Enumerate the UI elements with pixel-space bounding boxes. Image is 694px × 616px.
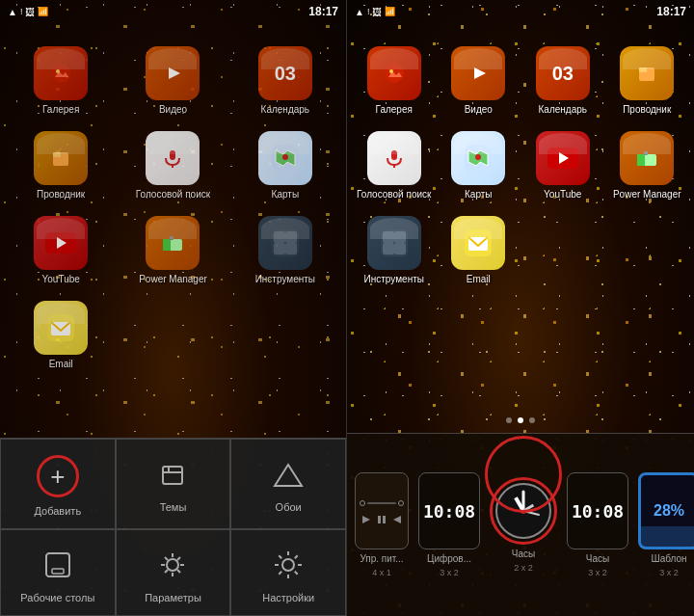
dot-1 [506,417,512,423]
right-app-video[interactable]: Видео [437,39,521,123]
widget-digital[interactable]: 10:08 Цифров... 3 x 2 [414,434,484,616]
digital-widget-preview: 10:08 [418,472,480,549]
svg-marker-28 [474,67,486,79]
settings-icon [269,546,307,584]
widget-music[interactable]: Упр. пит... 4 x 1 [351,434,413,616]
right-app-files[interactable]: Проводник [605,39,690,123]
right-status-time: 18:17 [656,5,686,18]
widget-bar-inner: Упр. пит... 4 x 1 10:08 Цифров... 3 x 2 [347,434,694,616]
svg-rect-18 [285,243,297,254]
right-photo-icon: 🖼 [372,7,382,17]
right-calendar-date: 03 [552,63,574,85]
left-app-grid: Галерея Видео 03 Календарь Проводник Гол [0,29,346,388]
tools-icon [258,216,312,270]
svg-rect-17 [274,243,285,254]
right-video-icon [451,46,505,100]
svg-rect-31 [391,150,397,160]
digital-clock-time: 10:08 [423,501,475,522]
widget-template[interactable]: 28% Шаблон 3 x 2 [634,434,694,616]
music-widget-preview [355,472,409,549]
right-app-tools[interactable]: Инструменты [352,208,437,293]
clock2-label: Часы [586,553,609,564]
files-icon [34,131,88,185]
svg-rect-16 [285,231,297,243]
right-app-voice[interactable]: Голосовой поиск [352,123,437,208]
desktop-button[interactable]: Рабочие столы [0,529,116,616]
widget-clock2[interactable]: 10:08 Часы 3 x 2 [563,434,632,616]
youtube-icon-left [34,216,88,270]
right-app-calendar[interactable]: 03 Календарь [520,39,605,123]
svg-point-54 [520,508,526,514]
warning-icon: ! [20,7,23,16]
right-calendar-label: Календарь [539,104,587,116]
right-files-label: Проводник [623,104,671,116]
right-app-email[interactable]: Email [437,208,521,293]
left-status-icons: ▲ ! 🖼 📶 [8,7,48,17]
right-warning-icon: ! [367,7,370,16]
analog-clock-label: Часы [512,549,535,559]
themes-button[interactable]: Темы [116,439,231,529]
voice-icon [146,131,200,185]
left-app-gallery[interactable]: Галерея [5,39,117,123]
right-gallery-label: Галерея [376,104,413,116]
right-gallery-icon [367,46,421,100]
right-email-label: Email [467,274,491,285]
left-app-calendar[interactable]: 03 Календарь [229,39,341,123]
left-app-tools[interactable]: Инструменты [229,208,341,293]
themes-icon [153,455,192,494]
template-size: 3 x 2 [659,568,679,577]
left-screen: ▲ ! 🖼 📶 18:17 Галерея Видео 03 Календарь [0,0,347,616]
wallpaper-icon [269,455,307,494]
right-app-gallery[interactable]: Галерея [352,39,437,123]
gallery-icon [34,46,88,100]
clock2-time: 10:08 [572,501,624,522]
params-button[interactable]: Параметры [116,529,231,616]
right-screen: ▲ ! 🖼 📶 18:17 Галерея Видео 03 Календарь [347,0,694,616]
right-app-youtube[interactable]: YouTube [520,123,605,208]
left-email-label: Email [49,359,73,370]
right-app-maps[interactable]: Карты [437,123,521,208]
left-files-label: Проводник [37,189,85,201]
svg-rect-42 [394,231,406,243]
left-app-email[interactable]: Email [5,293,117,378]
digital-widget-size: 3 x 2 [440,568,459,577]
left-app-video[interactable]: Видео [117,39,228,123]
desktop-label: Рабочие столы [20,592,94,603]
desktop-icon [39,546,77,584]
right-tools-label: Инструменты [364,274,424,285]
wallpaper-label: Обои [276,501,302,513]
analog-clock-size: 2 x 2 [514,563,533,573]
svg-point-1 [56,69,60,73]
params-icon [153,546,192,584]
svg-marker-50 [393,516,401,523]
left-maps-label: Карты [272,189,300,201]
notification-icon: ▲ [8,7,17,17]
left-app-maps[interactable]: Карты [229,123,341,208]
left-gallery-label: Галерея [42,104,79,116]
photo-icon: 🖼 [25,7,35,17]
email-icon [34,301,88,355]
settings-button[interactable]: Настройки [230,529,346,616]
add-label: Добавить [35,505,82,517]
left-app-files[interactable]: Проводник [5,123,117,208]
wallpaper-button[interactable]: Обои [230,439,346,529]
calendar-icon-left: 03 [258,46,312,100]
right-video-label: Видео [465,104,493,116]
svg-rect-4 [53,152,61,157]
widget-analog-clock[interactable]: Часы 2 x 2 [486,434,561,616]
left-app-voice[interactable]: Голосовой поиск [117,123,228,208]
clock2-preview: 10:08 [567,472,628,549]
add-icon: + [37,455,79,497]
right-status-icons: ▲ ! 🖼 📶 [355,7,395,17]
svg-marker-47 [362,516,370,523]
add-button[interactable]: + Добавить [0,439,116,529]
left-bottom-menu: + Добавить Темы Обои Рабочие столы [0,438,346,616]
page-dots [347,417,694,423]
left-app-youtube[interactable]: YouTube [5,208,117,293]
right-app-power[interactable]: Power Manager [605,123,690,208]
left-youtube-label: YouTube [42,274,80,285]
svg-rect-39 [644,151,648,155]
left-app-power[interactable]: Power Manager [117,208,228,293]
music-widget-label: Упр. пит... [360,553,403,564]
left-tools-label: Инструменты [255,274,315,285]
